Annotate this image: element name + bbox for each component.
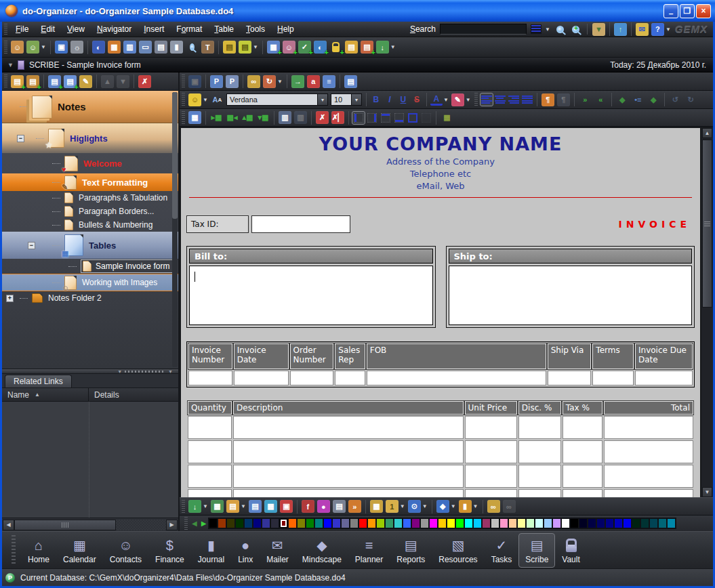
list-view-icon[interactable]: ▤ (155, 41, 167, 54)
calendar-view-icon[interactable]: ▦ (108, 41, 121, 54)
palette-left-icon[interactable]: ◀ (192, 520, 197, 527)
insert-column-right-icon[interactable]: ▦◂ (226, 111, 239, 124)
items-cell[interactable] (604, 489, 693, 497)
insert-stamp-icon[interactable]: ▣ (280, 500, 293, 513)
color-swatch[interactable] (614, 518, 623, 528)
dropdown-arrow-icon[interactable]: ▼ (390, 44, 396, 50)
color-swatch[interactable] (605, 518, 614, 528)
search-input[interactable] (440, 24, 527, 35)
insert-bluedoc-icon[interactable]: ▤ (249, 500, 262, 513)
color-swatch[interactable] (341, 518, 350, 528)
items-cell[interactable] (233, 489, 464, 497)
font-color-button[interactable]: A (430, 93, 443, 106)
undo-button[interactable]: ↺ (669, 93, 682, 106)
contact-card-icon[interactable]: ☺ (11, 41, 24, 54)
media-icon[interactable]: ● (317, 500, 330, 513)
items-cell[interactable] (604, 416, 693, 439)
items-cell[interactable] (604, 465, 693, 488)
items-cell[interactable] (518, 465, 561, 488)
outline-list-button[interactable]: ◆ (647, 93, 660, 106)
meta-cell[interactable] (548, 371, 592, 385)
insert-file-icon[interactable]: ↓ (188, 500, 201, 513)
sticky-note-list-icon[interactable]: ▤ (239, 41, 251, 54)
items-cell[interactable] (188, 440, 232, 463)
screen-view-icon[interactable]: ▭ (139, 41, 152, 54)
delete-icon[interactable]: ✗ (138, 75, 151, 88)
color-swatch[interactable] (588, 518, 596, 528)
tree-item-paragraph-borders-[interactable]: Paragraph Borders... (2, 205, 178, 218)
items-cell[interactable] (188, 416, 232, 439)
border-bottom-icon[interactable] (393, 112, 405, 124)
menu-format[interactable]: Format (170, 22, 208, 36)
nav-linx[interactable]: ●Linx (231, 533, 260, 568)
meta-cell[interactable] (367, 371, 546, 385)
color-swatch[interactable] (376, 518, 385, 528)
redo-button[interactable]: ↻ (685, 93, 697, 106)
color-swatch[interactable] (235, 518, 244, 528)
items-cell[interactable] (233, 465, 464, 488)
meta-cell[interactable] (234, 371, 289, 385)
search-go-icon[interactable] (556, 26, 564, 33)
align-right-button[interactable] (508, 93, 520, 106)
add-link-icon[interactable]: ◐+ (314, 41, 327, 54)
color-swatch[interactable] (517, 518, 526, 528)
nav-resources[interactable]: ▧Resources (432, 533, 484, 568)
color-swatch[interactable] (279, 518, 288, 528)
items-cell[interactable] (465, 465, 517, 488)
items-cell[interactable] (563, 416, 602, 439)
color-swatch[interactable] (447, 518, 455, 528)
scroll-down-icon[interactable]: ▼ (702, 487, 712, 497)
dropdown-arrow-icon[interactable]: ▼ (451, 503, 456, 509)
color-swatch[interactable] (306, 518, 314, 528)
insert-table-icon[interactable]: ▦ (188, 111, 201, 124)
export-doc-icon[interactable]: ▤ (333, 500, 346, 513)
search-icon[interactable] (186, 41, 199, 54)
color-swatch[interactable] (297, 518, 306, 528)
highlight-color-dropdown[interactable]: ▼ (466, 97, 471, 103)
dropdown-arrow-icon[interactable]: ▼ (203, 503, 208, 509)
meta-cell[interactable] (188, 371, 232, 385)
palette-right-icon[interactable]: ▶ (201, 520, 207, 527)
tree-item-bullets-numbering[interactable]: Bullets & Numbering (2, 218, 178, 232)
color-swatch[interactable] (473, 518, 482, 528)
color-swatch[interactable] (244, 518, 253, 528)
items-cell[interactable] (563, 440, 602, 463)
edit-icon[interactable]: ✎ (79, 75, 92, 88)
color-swatch[interactable] (438, 518, 447, 528)
move-down-icon[interactable]: ▼ (117, 75, 129, 88)
color-swatch[interactable] (394, 518, 403, 528)
bold-button[interactable]: B (370, 93, 382, 106)
print-preview-icon[interactable]: P (226, 75, 239, 88)
panel-splitter[interactable]: ▼▼ (2, 369, 178, 374)
border-outer-icon[interactable] (407, 112, 419, 124)
border-left-icon[interactable] (352, 112, 365, 124)
color-swatch[interactable] (385, 518, 394, 528)
font-style-icon[interactable]: AA (211, 93, 224, 106)
menu-edit[interactable]: Edit (35, 22, 61, 36)
dropdown-arrow-icon[interactable]: ▼ (253, 44, 258, 50)
hyperlink-icon[interactable]: ∞ (247, 75, 260, 88)
color-swatch[interactable] (323, 518, 332, 528)
insert-more-icon[interactable]: » (348, 500, 361, 513)
border-right-icon[interactable] (366, 112, 378, 124)
maximize-button[interactable]: ❒ (680, 4, 695, 18)
items-cell[interactable] (233, 440, 464, 463)
tools-hammer-icon[interactable]: T (201, 41, 214, 54)
scroll-left-icon[interactable]: ◀ (3, 520, 14, 530)
color-swatch[interactable] (491, 518, 499, 528)
dropdown-arrow-icon[interactable]: ▼ (473, 503, 478, 509)
insert-doc-icon[interactable]: ▤ (226, 500, 239, 513)
doc-copy-icon[interactable]: ▤+ (64, 75, 77, 88)
tree-item-paragraphs-tabulation[interactable]: Paragraphs & Tabulation (2, 191, 178, 205)
split-cells-icon[interactable]: ▥ (294, 111, 307, 124)
bill-to-field[interactable] (189, 266, 433, 325)
items-cell[interactable] (563, 489, 602, 497)
insert-row-above-icon[interactable]: ▴▦ (241, 111, 254, 124)
insert-date-icon[interactable]: ▦ (370, 500, 383, 513)
insert-image-icon[interactable]: ▦ (264, 500, 277, 513)
invoice-page[interactable]: YOUR COMPANY NAME Address of the Company… (181, 128, 700, 497)
tree-scrollbar[interactable] (172, 92, 178, 367)
add-journal-icon[interactable]: ▤+ (361, 41, 373, 54)
collapse-box-icon[interactable]: − (17, 135, 24, 142)
color-swatch[interactable] (552, 518, 561, 528)
